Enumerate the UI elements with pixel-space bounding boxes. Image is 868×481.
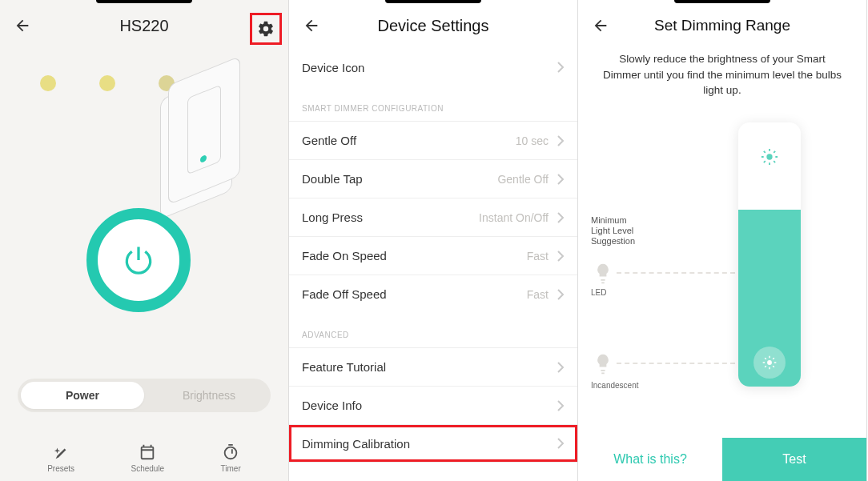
svg-line-17 <box>773 358 774 359</box>
row-label: Fade On Speed <box>302 249 527 263</box>
tab-power[interactable]: Power <box>21 382 144 409</box>
mode-tabs: Power Brightness <box>18 379 271 412</box>
dimming-slider-area: Minimum Light Level Suggestion LED Incan… <box>578 114 866 438</box>
row-value: Gentle Off <box>497 173 549 186</box>
chevron-right-icon <box>557 212 565 223</box>
screen-device-settings: Device Settings Device Icon SMART DIMMER… <box>289 0 578 481</box>
row-label: Gentle Off <box>302 134 516 147</box>
row-long-press[interactable]: Long Press Instant On/Off <box>289 198 577 236</box>
led-label: LED <box>591 288 606 297</box>
chevron-right-icon <box>557 135 565 146</box>
chevron-right-icon <box>557 362 565 373</box>
row-feature-tutorial[interactable]: Feature Tutorial <box>289 347 577 386</box>
calendar-icon <box>139 443 156 461</box>
nav-timer[interactable]: Timer <box>221 443 241 473</box>
svg-line-8 <box>774 151 775 153</box>
preset-dot-2[interactable] <box>99 75 115 91</box>
svg-line-7 <box>764 161 766 162</box>
header: Device Settings <box>289 3 577 48</box>
back-button[interactable] <box>13 16 32 35</box>
led-guide-line <box>617 272 735 274</box>
stopwatch-icon <box>222 443 239 461</box>
page-title: Device Settings <box>289 17 577 35</box>
svg-line-15 <box>773 366 774 367</box>
row-dimming-calibration[interactable]: Dimming Calibration <box>289 424 577 463</box>
what-is-this-button[interactable]: What is this? <box>578 438 722 481</box>
settings-button[interactable] <box>250 13 282 45</box>
svg-line-14 <box>765 358 766 359</box>
row-gentle-off[interactable]: Gentle Off 10 sec <box>289 121 577 159</box>
wand-icon <box>52 443 70 461</box>
nav-schedule[interactable]: Schedule <box>131 443 164 473</box>
brightness-max-icon <box>761 148 778 169</box>
page-description: Slowly reduce the brightness of your Sma… <box>578 48 866 114</box>
screen-device-home: HS220 Power Brightness <box>0 0 289 481</box>
minimum-suggestion-label: Minimum Light Level Suggestion <box>591 215 635 247</box>
incandescent-bulb-icon <box>594 353 612 379</box>
arrow-left-icon <box>592 17 609 34</box>
svg-point-0 <box>766 154 772 159</box>
chevron-right-icon <box>557 62 565 73</box>
screen-set-dimming-range: Set Dimming Range Slowly reduce the brig… <box>578 0 867 481</box>
back-button[interactable] <box>302 16 321 35</box>
gear-icon <box>257 20 275 38</box>
section-header-dimmer: SMART DIMMER CONFIGURATION <box>289 86 577 121</box>
tab-brightness[interactable]: Brightness <box>147 379 271 412</box>
chevron-right-icon <box>557 251 565 262</box>
section-header-advanced: ADVANCED <box>289 313 577 347</box>
svg-point-9 <box>767 360 772 365</box>
led-bulb-icon <box>594 263 612 288</box>
svg-line-6 <box>774 161 775 162</box>
settings-list: Device Icon SMART DIMMER CONFIGURATION G… <box>289 48 577 481</box>
row-label: Long Press <box>302 210 479 224</box>
row-label: Double Tap <box>302 172 497 186</box>
incandescent-label: Incandescent <box>591 381 639 390</box>
chevron-right-icon <box>557 400 565 411</box>
header: HS220 <box>0 3 288 48</box>
row-value: 10 sec <box>516 134 549 147</box>
row-double-tap[interactable]: Double Tap Gentle Off <box>289 159 577 198</box>
power-icon <box>121 243 156 278</box>
page-title: HS220 <box>0 17 288 35</box>
power-toggle-button[interactable] <box>86 208 191 312</box>
slider-handle[interactable] <box>753 347 786 379</box>
nav-schedule-label: Schedule <box>131 464 164 473</box>
row-fade-on[interactable]: Fade On Speed Fast <box>289 236 577 275</box>
row-value: Fast <box>527 288 549 301</box>
row-label: Device Icon <box>302 61 549 74</box>
svg-line-16 <box>765 366 766 367</box>
nav-presets[interactable]: Presets <box>47 443 74 473</box>
chevron-right-icon <box>557 289 565 300</box>
nav-timer-label: Timer <box>221 464 241 473</box>
svg-line-5 <box>764 151 766 153</box>
chevron-right-icon <box>557 174 565 185</box>
row-label: Feature Tutorial <box>302 360 549 374</box>
nav-presets-label: Presets <box>47 464 74 473</box>
arrow-left-icon <box>303 17 320 34</box>
row-device-info[interactable]: Device Info <box>289 386 577 424</box>
device-body: Power Brightness Presets Schedule Timer <box>0 48 288 481</box>
brightness-icon <box>762 355 778 371</box>
brightness-slider[interactable] <box>738 122 801 387</box>
inc-guide-line <box>617 363 735 364</box>
row-label: Fade Off Speed <box>302 287 527 301</box>
row-value: Instant On/Off <box>479 211 549 224</box>
row-device-icon[interactable]: Device Icon <box>289 48 577 86</box>
bottom-nav: Presets Schedule Timer <box>0 443 288 473</box>
action-bar: What is this? Test <box>578 438 866 481</box>
row-label: Dimming Calibration <box>302 437 549 451</box>
row-label: Device Info <box>302 399 549 412</box>
row-fade-off[interactable]: Fade Off Speed Fast <box>289 275 577 313</box>
arrow-left-icon <box>14 17 31 34</box>
chevron-right-icon <box>557 438 565 449</box>
page-title: Set Dimming Range <box>578 17 866 34</box>
header: Set Dimming Range <box>578 3 866 48</box>
test-button[interactable]: Test <box>722 438 866 481</box>
preset-dot-1[interactable] <box>40 75 56 91</box>
back-button[interactable] <box>591 16 610 35</box>
row-value: Fast <box>527 250 549 263</box>
